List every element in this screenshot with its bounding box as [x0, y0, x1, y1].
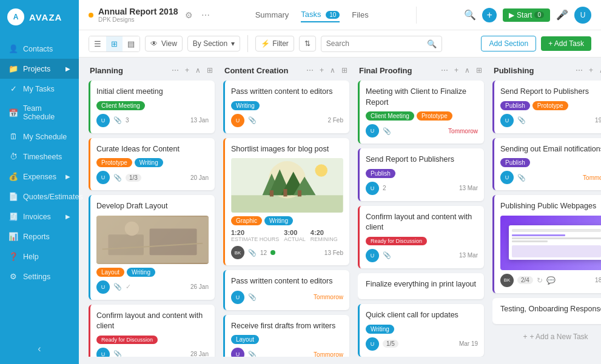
card-footer: U 📎 ✓ 26 Jan — [96, 280, 209, 294]
sidebar-item-my-schedule[interactable]: 🗓 My Schedule — [0, 127, 79, 147]
search-box[interactable]: 🔍 — [321, 36, 442, 52]
add-section-button[interactable]: Add Section — [481, 36, 536, 51]
search-icon[interactable]: 🔍 — [464, 9, 476, 21]
collapse-icon[interactable]: ∧ — [328, 65, 337, 76]
expenses-icon: 💰 — [8, 172, 18, 181]
card-finalize-print[interactable]: Finalize everything in print layout — [358, 273, 484, 300]
more-options-icon[interactable]: ⋯ — [439, 65, 450, 76]
estimate-hours: 1:20 ESTIMATE HOURS — [231, 229, 279, 242]
card-date: 19 Apr — [595, 117, 601, 124]
collapse-icon[interactable]: ∧ — [193, 65, 203, 76]
sidebar-collapse-button[interactable]: ‹ — [8, 340, 70, 358]
grid-view-button[interactable]: ⊞ — [106, 36, 123, 51]
collapse-icon[interactable]: ∧ — [597, 65, 601, 76]
filter-button[interactable]: ⚡ Filter — [255, 36, 294, 51]
browser-bar — [512, 229, 601, 232]
gear-icon[interactable]: ⚙ — [183, 8, 195, 22]
add-button[interactable]: + — [482, 8, 497, 22]
add-task-button[interactable]: + Add Task — [541, 36, 591, 51]
start-button[interactable]: ▶ Start 0 — [503, 8, 550, 22]
card-testing-onboarding[interactable]: Testing, Onboarding Responses — [492, 298, 601, 325]
card-avatar: U — [500, 114, 514, 127]
card-quick-client-call[interactable]: Quick client call for updates Writing U … — [358, 304, 484, 357]
collapse-icon[interactable]: ∧ — [463, 65, 472, 76]
card-date: 28 Jan — [190, 351, 209, 357]
card-develop-draft[interactable]: Develop Draft Layout Layout Writing — [89, 195, 215, 300]
refresh-icon[interactable]: ↻ — [537, 276, 543, 285]
card-confirm-layout-2[interactable]: Confirm layout and content with client R… — [358, 206, 484, 268]
content-line — [512, 240, 548, 242]
start-count-badge: 0 — [534, 12, 544, 18]
svg-rect-14 — [298, 190, 301, 196]
by-section-select[interactable]: By Section ▾ — [187, 36, 240, 51]
card-receive-drafts[interactable]: Receive first drafts from writers Layout… — [223, 315, 349, 357]
card-tags: Client Meeting Prototype — [366, 111, 478, 121]
expand-icon[interactable]: ⊞ — [205, 65, 215, 76]
sidebar-item-settings[interactable]: ⚙ Settings — [0, 266, 79, 286]
paperclip-icon: 📎 — [248, 116, 257, 124]
more-icon[interactable]: ⋯ — [199, 8, 212, 22]
card-date: Tommorow — [583, 174, 601, 181]
sidebar-item-team-schedule[interactable]: 📅 Team Schedule — [0, 99, 79, 127]
sidebar-item-expenses[interactable]: 💰 Expenses ▶ — [0, 167, 79, 187]
tag-prototype: Prototype — [532, 101, 568, 110]
list-view-button[interactable]: ☰ — [89, 36, 106, 51]
card-date: 13 Feb — [324, 250, 343, 256]
chevron-right-icon: ▶ — [65, 65, 70, 72]
sidebar-item-reports[interactable]: 📊 Reports — [0, 227, 79, 247]
expand-icon[interactable]: ⊞ — [340, 65, 349, 76]
tag-publish: Publish — [366, 169, 395, 178]
card-send-report[interactable]: Send Report to Publishers Publish U 2 13… — [358, 148, 484, 201]
tab-tasks[interactable]: Tasks 10 — [301, 7, 340, 22]
sidebar-item-timesheets[interactable]: ⏱ Timesheets — [0, 147, 79, 167]
more-options-icon[interactable]: ⋯ — [304, 65, 315, 76]
card-sending-email[interactable]: Sending out Email notifications Publish … — [492, 138, 601, 191]
tab-summary[interactable]: Summary — [255, 8, 289, 22]
card-title: Shortlist images for blog post — [231, 144, 343, 155]
add-card-icon[interactable]: + — [452, 65, 460, 76]
card-pass-content[interactable]: Pass written content to editors Writing … — [223, 81, 349, 133]
tag-writing: Writing — [135, 158, 163, 167]
card-tags: Writing — [231, 101, 343, 110]
card-screenshot — [500, 216, 601, 270]
sidebar-item-quotes[interactable]: 📄 Quotes/Estimates — [0, 187, 79, 207]
expand-icon[interactable]: ⊞ — [474, 65, 484, 76]
add-card-icon[interactable]: + — [183, 65, 191, 76]
view-select[interactable]: 👁 View — [145, 36, 183, 51]
card-send-report-publishers[interactable]: Send Report to Publishers Publish Protot… — [492, 81, 601, 133]
card-initial-client-meeting[interactable]: Initial client meeting Client Meeting U … — [89, 81, 215, 133]
mic-icon[interactable]: 🎤 — [556, 9, 568, 21]
column-publishing-header: Publishing ⋯ + ∧ ⊞ — [492, 65, 601, 76]
sidebar-item-projects[interactable]: 📁 Projects ▶ — [0, 59, 79, 79]
card-date: 13 Jan — [190, 117, 209, 124]
status-dot — [89, 13, 93, 18]
search-input[interactable] — [326, 39, 423, 48]
card-pass-content-2[interactable]: Pass written content to editors U 📎 Tomm… — [223, 270, 349, 310]
sidebar-item-my-tasks[interactable]: ✓ My Tasks — [0, 79, 79, 99]
card-title: Sending out Email notifications — [500, 144, 601, 155]
card-confirm-layout[interactable]: Confirm layout and content with client R… — [89, 305, 215, 357]
more-options-icon[interactable]: ⋯ — [574, 65, 585, 76]
paperclip-icon: 📎 — [113, 350, 122, 357]
add-card-icon[interactable]: + — [587, 65, 595, 76]
sidebar-logo: A AVAZA — [0, 0, 79, 34]
chat-icon[interactable]: 💬 — [546, 276, 556, 285]
add-task-publishing[interactable]: + + Add a New Task — [492, 329, 601, 345]
tag-publish: Publish — [500, 158, 530, 167]
tab-files[interactable]: Files — [352, 8, 368, 22]
column-planning-actions: ⋯ + ∧ ⊞ — [170, 65, 215, 76]
sidebar-item-help[interactable]: ❓ Help — [0, 247, 79, 266]
more-options-icon[interactable]: ⋯ — [170, 65, 181, 76]
card-shortlist-images[interactable]: Shortlist images for blog post — [223, 138, 349, 266]
add-card-icon[interactable]: + — [318, 65, 326, 76]
sidebar-item-contacts[interactable]: 👤 Contacts — [0, 39, 79, 59]
sort-button[interactable]: ⇅ — [299, 36, 316, 51]
timeline-view-button[interactable]: ▤ — [123, 36, 139, 51]
team-schedule-icon: 📅 — [8, 108, 18, 117]
card-curate-ideas[interactable]: Curate Ideas for Content Prototype Writi… — [89, 138, 215, 191]
card-meeting-finalize[interactable]: Meeting with Client to Finalize Report C… — [358, 81, 484, 144]
user-avatar[interactable]: U — [574, 7, 591, 24]
sidebar-item-invoices[interactable]: 🧾 Invoices ▶ — [0, 207, 79, 227]
main-content: Annual Report 2018 DPK Designs ⚙ ⋯ Summa… — [79, 0, 601, 364]
card-publishing-webpages[interactable]: Publishing Public Webpages — [492, 195, 601, 293]
